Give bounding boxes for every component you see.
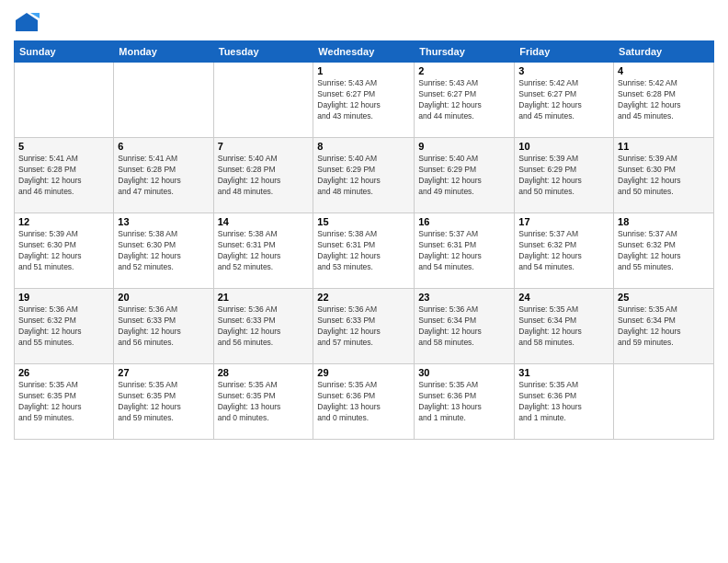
- day-number: 24: [518, 292, 609, 303]
- calendar-cell: 19Sunrise: 5:36 AM Sunset: 6:32 PM Dayli…: [15, 289, 114, 364]
- calendar-cell: 9Sunrise: 5:40 AM Sunset: 6:29 PM Daylig…: [415, 138, 515, 213]
- calendar-header-monday: Monday: [114, 41, 213, 63]
- day-number: 13: [118, 216, 209, 227]
- calendar-cell: 7Sunrise: 5:40 AM Sunset: 6:28 PM Daylig…: [213, 138, 313, 213]
- day-number: 22: [317, 292, 410, 303]
- day-info: Sunrise: 5:36 AM Sunset: 6:33 PM Dayligh…: [317, 304, 410, 349]
- calendar-header-thursday: Thursday: [415, 41, 515, 63]
- day-info: Sunrise: 5:35 AM Sunset: 6:34 PM Dayligh…: [518, 304, 609, 349]
- calendar-cell: 28Sunrise: 5:35 AM Sunset: 6:35 PM Dayli…: [213, 364, 313, 440]
- calendar-cell: 31Sunrise: 5:35 AM Sunset: 6:36 PM Dayli…: [515, 364, 614, 440]
- calendar-header-row: SundayMondayTuesdayWednesdayThursdayFrid…: [15, 41, 714, 63]
- day-number: 12: [18, 216, 109, 227]
- page: SundayMondayTuesdayWednesdayThursdayFrid…: [0, 0, 728, 563]
- day-info: Sunrise: 5:38 AM Sunset: 6:31 PM Dayligh…: [218, 229, 310, 273]
- calendar-cell: [213, 63, 313, 138]
- calendar-cell: 30Sunrise: 5:35 AM Sunset: 6:36 PM Dayli…: [415, 364, 515, 440]
- day-number: 18: [618, 216, 710, 227]
- day-number: 25: [618, 292, 710, 303]
- calendar-cell: 23Sunrise: 5:36 AM Sunset: 6:34 PM Dayli…: [415, 289, 515, 364]
- day-info: Sunrise: 5:35 AM Sunset: 6:35 PM Dayligh…: [118, 380, 209, 424]
- day-info: Sunrise: 5:42 AM Sunset: 6:27 PM Dayligh…: [518, 78, 609, 122]
- calendar-cell: 17Sunrise: 5:37 AM Sunset: 6:32 PM Dayli…: [515, 213, 614, 289]
- day-info: Sunrise: 5:35 AM Sunset: 6:34 PM Dayligh…: [618, 304, 710, 349]
- day-number: 14: [218, 216, 310, 227]
- calendar-cell: 1Sunrise: 5:43 AM Sunset: 6:27 PM Daylig…: [313, 63, 415, 138]
- day-number: 17: [518, 216, 609, 227]
- day-number: 5: [18, 141, 109, 152]
- calendar-week-row: 19Sunrise: 5:36 AM Sunset: 6:32 PM Dayli…: [15, 289, 714, 364]
- day-info: Sunrise: 5:43 AM Sunset: 6:27 PM Dayligh…: [418, 78, 510, 122]
- day-number: 23: [418, 292, 510, 303]
- day-number: 31: [518, 367, 609, 378]
- day-number: 26: [18, 367, 109, 378]
- calendar-cell: 27Sunrise: 5:35 AM Sunset: 6:35 PM Dayli…: [114, 364, 213, 440]
- day-info: Sunrise: 5:35 AM Sunset: 6:36 PM Dayligh…: [518, 380, 609, 424]
- day-info: Sunrise: 5:35 AM Sunset: 6:35 PM Dayligh…: [18, 380, 109, 424]
- logo-icon: [14, 9, 40, 35]
- calendar-week-row: 12Sunrise: 5:39 AM Sunset: 6:30 PM Dayli…: [15, 213, 714, 289]
- calendar-cell: 20Sunrise: 5:36 AM Sunset: 6:33 PM Dayli…: [114, 289, 213, 364]
- day-info: Sunrise: 5:40 AM Sunset: 6:29 PM Dayligh…: [317, 154, 410, 198]
- day-info: Sunrise: 5:35 AM Sunset: 6:36 PM Dayligh…: [418, 380, 510, 424]
- calendar-cell: 29Sunrise: 5:35 AM Sunset: 6:36 PM Dayli…: [313, 364, 415, 440]
- day-number: 1: [317, 65, 410, 76]
- day-info: Sunrise: 5:41 AM Sunset: 6:28 PM Dayligh…: [118, 154, 209, 198]
- day-info: Sunrise: 5:35 AM Sunset: 6:36 PM Dayligh…: [317, 380, 410, 424]
- day-number: 2: [418, 65, 510, 76]
- day-number: 10: [518, 141, 609, 152]
- calendar-cell: 5Sunrise: 5:41 AM Sunset: 6:28 PM Daylig…: [15, 138, 114, 213]
- header: [14, 9, 714, 35]
- day-info: Sunrise: 5:38 AM Sunset: 6:31 PM Dayligh…: [317, 229, 410, 273]
- calendar-week-row: 26Sunrise: 5:35 AM Sunset: 6:35 PM Dayli…: [15, 364, 714, 440]
- calendar-header-saturday: Saturday: [614, 41, 714, 63]
- day-number: 6: [118, 141, 209, 152]
- day-number: 20: [118, 292, 209, 303]
- day-number: 21: [218, 292, 310, 303]
- day-info: Sunrise: 5:42 AM Sunset: 6:28 PM Dayligh…: [618, 78, 710, 122]
- calendar-cell: 10Sunrise: 5:39 AM Sunset: 6:29 PM Dayli…: [515, 138, 614, 213]
- day-info: Sunrise: 5:39 AM Sunset: 6:30 PM Dayligh…: [18, 229, 109, 273]
- day-number: 15: [317, 216, 410, 227]
- calendar-cell: 4Sunrise: 5:42 AM Sunset: 6:28 PM Daylig…: [614, 63, 714, 138]
- calendar-cell: [614, 364, 714, 440]
- day-info: Sunrise: 5:36 AM Sunset: 6:33 PM Dayligh…: [218, 304, 310, 349]
- calendar-header-friday: Friday: [515, 41, 614, 63]
- day-info: Sunrise: 5:38 AM Sunset: 6:30 PM Dayligh…: [118, 229, 209, 273]
- day-info: Sunrise: 5:37 AM Sunset: 6:32 PM Dayligh…: [618, 229, 710, 273]
- day-number: 29: [317, 367, 410, 378]
- day-number: 19: [18, 292, 109, 303]
- day-number: 11: [618, 141, 710, 152]
- calendar-cell: 26Sunrise: 5:35 AM Sunset: 6:35 PM Dayli…: [15, 364, 114, 440]
- calendar-cell: 25Sunrise: 5:35 AM Sunset: 6:34 PM Dayli…: [614, 289, 714, 364]
- day-number: 28: [218, 367, 310, 378]
- calendar-cell: 13Sunrise: 5:38 AM Sunset: 6:30 PM Dayli…: [114, 213, 213, 289]
- day-info: Sunrise: 5:39 AM Sunset: 6:29 PM Dayligh…: [518, 154, 609, 198]
- day-info: Sunrise: 5:40 AM Sunset: 6:29 PM Dayligh…: [418, 154, 510, 198]
- day-info: Sunrise: 5:36 AM Sunset: 6:34 PM Dayligh…: [418, 304, 510, 349]
- day-info: Sunrise: 5:39 AM Sunset: 6:30 PM Dayligh…: [618, 154, 710, 198]
- day-info: Sunrise: 5:40 AM Sunset: 6:28 PM Dayligh…: [218, 154, 310, 198]
- calendar-cell: 21Sunrise: 5:36 AM Sunset: 6:33 PM Dayli…: [213, 289, 313, 364]
- calendar-week-row: 1Sunrise: 5:43 AM Sunset: 6:27 PM Daylig…: [15, 63, 714, 138]
- calendar-cell: 22Sunrise: 5:36 AM Sunset: 6:33 PM Dayli…: [313, 289, 415, 364]
- calendar-cell: 14Sunrise: 5:38 AM Sunset: 6:31 PM Dayli…: [213, 213, 313, 289]
- day-info: Sunrise: 5:36 AM Sunset: 6:32 PM Dayligh…: [18, 304, 109, 349]
- calendar-cell: 24Sunrise: 5:35 AM Sunset: 6:34 PM Dayli…: [515, 289, 614, 364]
- day-number: 8: [317, 141, 410, 152]
- calendar-table: SundayMondayTuesdayWednesdayThursdayFrid…: [14, 40, 714, 440]
- day-info: Sunrise: 5:41 AM Sunset: 6:28 PM Dayligh…: [18, 154, 109, 198]
- day-number: 27: [118, 367, 209, 378]
- calendar-header-tuesday: Tuesday: [213, 41, 313, 63]
- day-number: 4: [618, 65, 710, 76]
- calendar-cell: 8Sunrise: 5:40 AM Sunset: 6:29 PM Daylig…: [313, 138, 415, 213]
- calendar-cell: 2Sunrise: 5:43 AM Sunset: 6:27 PM Daylig…: [415, 63, 515, 138]
- day-info: Sunrise: 5:36 AM Sunset: 6:33 PM Dayligh…: [118, 304, 209, 349]
- calendar-cell: [114, 63, 213, 138]
- calendar-cell: 11Sunrise: 5:39 AM Sunset: 6:30 PM Dayli…: [614, 138, 714, 213]
- calendar-cell: 15Sunrise: 5:38 AM Sunset: 6:31 PM Dayli…: [313, 213, 415, 289]
- calendar-week-row: 5Sunrise: 5:41 AM Sunset: 6:28 PM Daylig…: [15, 138, 714, 213]
- calendar-cell: 18Sunrise: 5:37 AM Sunset: 6:32 PM Dayli…: [614, 213, 714, 289]
- calendar-cell: [15, 63, 114, 138]
- day-info: Sunrise: 5:37 AM Sunset: 6:31 PM Dayligh…: [418, 229, 510, 273]
